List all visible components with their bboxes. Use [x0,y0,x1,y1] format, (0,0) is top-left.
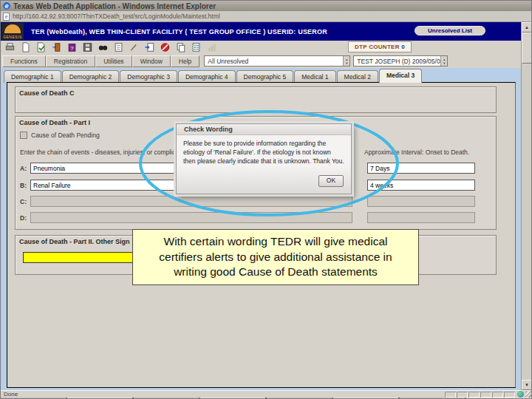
scrollbar-thumb[interactable] [522,33,532,64]
dtp-counter-label: DTP COUNTER [355,44,400,50]
filter-spinner[interactable]: ▲▼ [343,56,349,66]
status-pane [492,392,503,398]
exit-door-icon[interactable] [50,41,63,53]
status-pane [457,392,468,398]
new-document-icon[interactable] [18,41,32,53]
tab-medical-2[interactable]: Medical 2 [337,70,378,83]
vertical-scrollbar[interactable]: ▲ ▼ [521,22,531,390]
genesis-logo: GENESIS [1,23,24,40]
internet-zone-icon [517,391,524,398]
svg-text:?: ? [70,45,74,52]
report-icon[interactable] [112,41,125,53]
ie-logo-icon: e [3,2,10,10]
dtp-counter-value: 0 [401,44,405,50]
window-titlebar: e Texas Web Death Application - Windows … [1,1,532,11]
import-icon[interactable] [143,41,156,53]
browser-window: e Texas Web Death Application - Windows … [0,0,532,399]
interval-a-input[interactable] [367,163,475,174]
interval-c-input [367,196,475,207]
annotation-text: With certain wording TEDR will give medi… [143,234,408,279]
interval-instruction: Approximate Interval: Onset to Death. [364,149,469,156]
menu-bar: Functions Registration Utilities Window … [1,54,522,68]
interval-b-input[interactable] [367,180,475,191]
tab-demographic-3[interactable]: Demographic 3 [120,70,177,83]
dtp-counter-button[interactable]: DTP COUNTER 0 [348,41,412,52]
interval-d-input [367,212,475,223]
row-c-label: C: [20,198,30,205]
menu-registration[interactable]: Registration [46,55,95,67]
dialog-message: Please be sure to provide information re… [177,135,351,166]
record-value: TEST JOSEPH (D) 2009/05/01 [354,58,443,65]
unresolved-list-button[interactable]: Unresolved List [415,26,485,35]
annotation-note: With certain wording TEDR will give medi… [132,229,419,285]
menu-functions[interactable]: Functions [2,55,46,67]
ok-button[interactable]: OK [318,175,344,187]
abort-icon[interactable] [158,41,171,53]
logo-text: GENESIS [1,35,24,39]
logo-arc [4,24,21,33]
tab-demographic-5[interactable]: Demographic 5 [236,70,294,83]
copy-icon[interactable] [174,41,187,53]
status-text: Done [1,391,445,398]
address-bar: e http://160.42.92.93:8007/ThinTXDeath_t… [1,11,532,22]
save-icon[interactable] [81,41,94,53]
resize-grip[interactable] [525,391,532,398]
filter-value: All Unresolved [205,58,248,65]
url-text[interactable]: http://160.42.92.93:8007/ThinTXDeath_tes… [13,13,220,20]
menu-utilities[interactable]: Utilities [95,55,132,67]
record-selector[interactable]: TEST JOSEPH (D) 2009/05/01 ▲▼ [353,55,448,66]
cause-c-input [30,196,352,207]
check-wording-dialog: Check Wording Please be sure to provide … [176,123,352,194]
dialog-title: Check Wording [177,124,351,135]
scroll-down-icon[interactable]: ▼ [522,380,532,390]
checklist-icon[interactable] [189,41,202,53]
binoculars-search-icon[interactable] [96,41,109,53]
tab-demographic-2[interactable]: Demographic 2 [62,70,120,83]
help-book-icon[interactable]: ? [65,41,78,53]
status-pane [504,392,515,398]
row-d-label: D: [20,214,30,222]
row-a-label: A: [20,165,30,172]
chain-of-events-instruction: Enter the chain of events - diseases, in… [20,149,192,156]
app-header-text: TER (WebDeath), WEB THIN-CLIENT FACILITY… [31,28,327,35]
cause-pending-checkbox[interactable] [20,132,27,139]
tab-strip: Demographic 1 Demographic 2 Demographic … [4,69,423,83]
validate-document-icon[interactable] [34,41,47,53]
status-pane [480,392,491,398]
tab-medical-1[interactable]: Medical 1 [294,70,335,83]
cause-d-input [30,212,352,223]
page-icon: e [3,13,10,21]
tab-demographic-1[interactable]: Demographic 1 [4,70,61,83]
chart-icon[interactable] [205,41,218,53]
tab-demographic-4[interactable]: Demographic 4 [178,70,236,83]
cause-of-death-c-title: Cause of Death C [16,87,496,97]
record-spinner[interactable]: ▲▼ [440,56,447,66]
printer-icon[interactable] [3,41,16,53]
part2-yellow-input[interactable] [23,252,134,263]
sweep-icon[interactable] [127,41,140,53]
cause-of-death-c-group: Cause of Death C [15,86,497,113]
status-pane [445,392,456,398]
filter-combobox[interactable]: All Unresolved ▲▼ [204,55,350,66]
toolbar: ? [1,41,522,54]
menu-help[interactable]: Help [171,55,200,67]
status-pane [468,392,480,398]
row-b-label: B: [20,182,30,189]
menu-window[interactable]: Window [132,55,171,67]
scroll-up-icon[interactable]: ▲ [522,22,532,33]
status-bar: Done [1,390,532,398]
tab-medical-3[interactable]: Medical 3 [379,69,422,83]
cause-pending-label: Cause of Death Pending [31,132,100,139]
window-title: Texas Web Death Application - Windows In… [13,2,216,10]
